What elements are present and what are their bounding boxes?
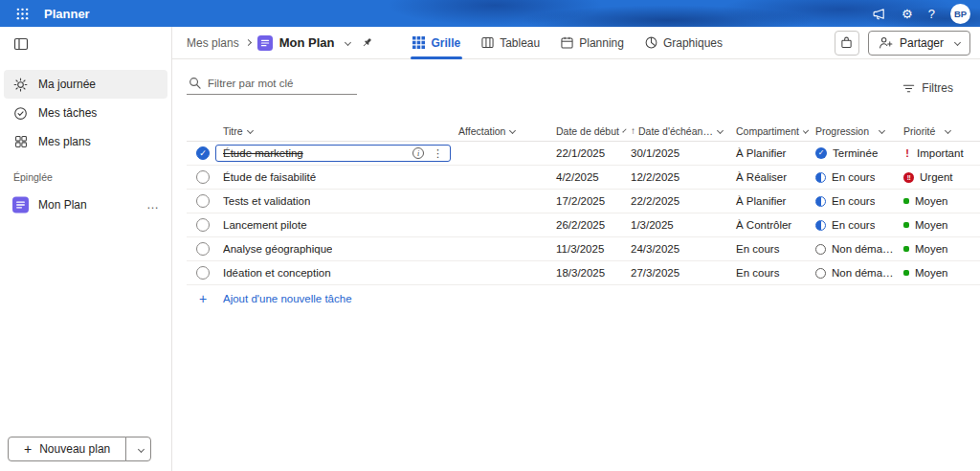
sun-icon xyxy=(12,78,29,92)
view-tabs: Grille Tableau Planning Graphiques xyxy=(402,27,733,59)
grid-icon xyxy=(12,135,29,148)
task-due-date: 27/3/2025 xyxy=(627,267,732,279)
task-checkbox[interactable]: ✓ xyxy=(196,146,210,160)
column-header-date-echeance[interactable]: ↑Date d'échéan… xyxy=(627,125,732,137)
tab-label: Grille xyxy=(431,36,460,50)
plus-icon: + xyxy=(24,442,32,456)
new-plan-label: Nouveau plan xyxy=(39,442,110,456)
column-header-priorite[interactable]: Priorité xyxy=(900,125,980,137)
table-row[interactable]: Lancement pilote i ⋮ 26/2/2025 1/3/2025 … xyxy=(187,213,980,237)
tab-planning[interactable]: Planning xyxy=(550,27,635,59)
app-launcher-button[interactable] xyxy=(10,3,34,24)
filter-icon xyxy=(902,82,915,95)
priority-icon xyxy=(903,222,909,228)
app-title: Planner xyxy=(44,7,90,21)
task-progress[interactable]: En cours xyxy=(812,171,900,183)
sidebar: Ma journée Mes tâches Mes plans Épinglée… xyxy=(0,27,172,471)
task-progress[interactable]: En cours xyxy=(812,219,900,231)
task-title-cell: Lancement pilote i ⋮ xyxy=(215,216,451,234)
add-task-label[interactable]: Ajout d'une nouvelle tâche xyxy=(223,293,352,304)
share-button[interactable]: Partager xyxy=(868,31,970,56)
task-progress[interactable]: Non démarrée xyxy=(812,243,900,255)
task-priority[interactable]: ! Important xyxy=(900,147,980,159)
plan-header-bar: Mes plans Mon Plan Grille Tablea xyxy=(172,27,980,59)
task-priority[interactable]: Moyen xyxy=(900,243,980,255)
table-header-row: Titre Affectation Date de début ↑Date d'… xyxy=(187,121,980,142)
sidebar-item-ma-journee[interactable]: Ma journée xyxy=(4,70,167,99)
grid-view-icon xyxy=(412,36,425,49)
nav-toggle-button[interactable] xyxy=(13,36,29,55)
tab-tableau[interactable]: Tableau xyxy=(471,27,550,59)
task-title-cell: Tests et validation i ⋮ xyxy=(215,192,451,210)
pin-icon[interactable] xyxy=(361,36,373,49)
plan-actions: Partager xyxy=(835,31,970,56)
table-row[interactable]: Étude de faisabilité i ⋮ 4/2/2025 12/2/2… xyxy=(187,166,980,190)
column-label: Titre xyxy=(223,125,243,137)
task-title[interactable]: Lancement pilote xyxy=(223,219,307,231)
help-button[interactable]: ? xyxy=(928,3,935,24)
avatar-initials: BP xyxy=(954,9,967,19)
tab-label: Tableau xyxy=(500,36,540,50)
settings-button[interactable]: ⚙ xyxy=(902,3,913,24)
tab-label: Planning xyxy=(579,36,624,50)
column-label: Date de début xyxy=(556,125,619,137)
column-header-compartiment[interactable]: Compartiment xyxy=(732,125,812,137)
add-task-row[interactable]: + Ajout d'une nouvelle tâche xyxy=(187,285,980,312)
feedback-button[interactable] xyxy=(872,3,886,24)
new-plan-dropdown-button[interactable] xyxy=(125,437,151,461)
task-checkbox[interactable] xyxy=(196,242,210,256)
breadcrumb: Mes plans Mon Plan xyxy=(187,35,373,51)
main-content: Mes plans Mon Plan Grille Tablea xyxy=(172,27,980,471)
task-title[interactable]: Tests et validation xyxy=(223,195,310,207)
chevron-down-icon xyxy=(622,128,626,132)
task-priority[interactable]: !! Urgent xyxy=(900,171,980,183)
table-row[interactable]: Tests et validation i ⋮ 17/2/2025 22/2/2… xyxy=(187,190,980,213)
new-plan-button[interactable]: + Nouveau plan xyxy=(8,437,126,461)
column-header-date-debut[interactable]: Date de début xyxy=(552,125,627,137)
column-header-progression[interactable]: Progression xyxy=(812,125,900,137)
plan-title[interactable]: Mon Plan xyxy=(279,35,335,50)
tab-graphiques[interactable]: Graphiques xyxy=(635,27,733,59)
chevron-down-icon xyxy=(717,127,724,134)
tab-grille[interactable]: Grille xyxy=(402,27,471,59)
column-header-affectation[interactable]: Affectation xyxy=(455,125,552,137)
chevron-down-icon[interactable] xyxy=(345,39,351,46)
avatar[interactable]: BP xyxy=(950,4,970,24)
filters-button[interactable]: Filtres xyxy=(902,81,953,95)
task-title[interactable]: Idéation et conception xyxy=(223,267,331,279)
sidebar-item-mes-plans[interactable]: Mes plans xyxy=(4,127,167,156)
table-row[interactable]: ✓ Étude marketing i ⋮ 22/1/2025 30/1/202… xyxy=(187,142,980,166)
column-label: Priorité xyxy=(903,125,935,137)
megaphone-icon xyxy=(872,7,886,21)
pinned-plan-label: Mon Plan xyxy=(38,198,87,212)
plan-icon xyxy=(12,196,29,213)
task-title[interactable]: Étude de faisabilité xyxy=(223,171,316,183)
bag-button[interactable] xyxy=(835,31,859,56)
column-header-titre[interactable]: Titre xyxy=(219,125,455,137)
planner-app: Planner ⚙ ? BP Ma journée xyxy=(0,0,980,471)
task-title-cell: Idéation et conception i ⋮ xyxy=(215,264,451,281)
task-title[interactable]: Analyse géographique xyxy=(223,243,332,255)
search-input[interactable] xyxy=(208,78,355,89)
task-title[interactable]: Étude marketing xyxy=(223,147,303,159)
row-menu-icon[interactable]: ⋮ xyxy=(433,148,443,159)
task-checkbox[interactable] xyxy=(196,218,210,232)
sidebar-item-mes-taches[interactable]: Mes tâches xyxy=(4,99,167,127)
bag-icon xyxy=(840,36,853,49)
task-progress[interactable]: Non démarrée xyxy=(812,267,900,279)
pinned-section-label: Épinglée xyxy=(0,156,171,191)
task-checkbox[interactable] xyxy=(196,170,210,184)
sidebar-item-mon-plan[interactable]: Mon Plan … xyxy=(4,191,167,219)
info-icon[interactable]: i xyxy=(412,147,424,159)
task-checkbox[interactable] xyxy=(196,266,210,280)
task-priority[interactable]: Moyen xyxy=(900,219,980,231)
table-row[interactable]: Analyse géographique i ⋮ 11/3/2025 24/3/… xyxy=(187,237,980,261)
task-checkbox[interactable] xyxy=(196,194,210,208)
task-priority[interactable]: Moyen xyxy=(900,195,980,207)
table-row[interactable]: Idéation et conception i ⋮ 18/3/2025 27/… xyxy=(187,261,980,285)
progress-icon xyxy=(815,196,826,207)
breadcrumb-parent[interactable]: Mes plans xyxy=(187,36,239,50)
task-progress[interactable]: En cours xyxy=(812,195,900,207)
task-priority[interactable]: Moyen xyxy=(900,267,980,279)
task-progress[interactable]: ✓ Terminée xyxy=(812,147,900,159)
